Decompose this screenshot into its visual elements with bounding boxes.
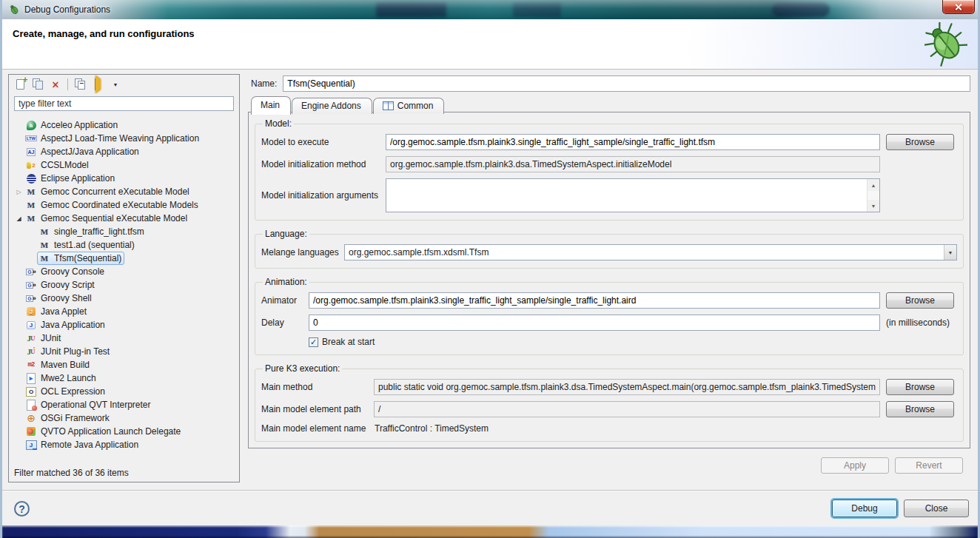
debug-button[interactable]: Debug [832, 500, 897, 517]
tab-engine-addons[interactable]: Engine Addons [292, 98, 372, 114]
tree-item-osgi-framework[interactable]: OSGi Framework [10, 411, 238, 425]
tree-item-single-traffic-light-tfsm[interactable]: single_traffic_light.tfsm [10, 225, 238, 238]
melange-languages-combo[interactable]: org.gemoc.sample.tfsm.xdsml.Tfsm▼ [344, 244, 957, 260]
tree-item-remote-java-application[interactable]: Remote Java Application [10, 438, 238, 451]
animation-group-title: Animation: [263, 277, 309, 287]
tree-item-aspectj-java-application[interactable]: AspectJ/Java Application [10, 145, 238, 158]
expanded-twisty-icon[interactable]: ◢ [14, 215, 24, 222]
tree-item-test1-ad-sequential[interactable]: test1.ad (sequential) [10, 238, 238, 252]
tree-item-groovy-shell[interactable]: Groovy Shell [10, 292, 238, 305]
close-button[interactable] [942, 0, 975, 14]
browse-button-main-model-element-path[interactable]: Browse [886, 401, 954, 417]
field-label-model-initialization-arguments: Model initialization arguments [261, 190, 386, 201]
debug-configurations-window: Debug Configurations Create, manage, and… [0, 0, 980, 538]
scroll-down-icon[interactable]: ▼ [867, 200, 879, 212]
tree-item-gemoc-coordinated-executable-models[interactable]: Gemoc Coordinated eXecutable Models [10, 198, 238, 212]
tree-item-ccslmodel[interactable]: CCSLModel [10, 158, 238, 172]
ccsl-icon [25, 159, 37, 171]
collapse-all-icon [74, 78, 86, 90]
field-row-model-to-execute: Model to executeBrowse [261, 134, 957, 150]
melange-languages-combo-value: org.gemoc.sample.tfsm.xdsml.Tfsm [345, 247, 944, 258]
tree-item-qvto-application-launch-delegate[interactable]: QVTO Application Launch Delegate [10, 425, 238, 438]
revert-button[interactable]: Revert [895, 457, 963, 474]
tree-item-content: Operational QVT Interpreter [24, 398, 154, 411]
model-initialization-method-input[interactable] [386, 156, 880, 172]
configuration-name-input[interactable] [283, 75, 970, 92]
delay-input[interactable] [309, 315, 880, 331]
browse-slot: Browse [880, 379, 957, 395]
main-method-input[interactable] [374, 379, 880, 395]
browse-button-animator[interactable]: Browse [886, 292, 954, 309]
tree-item-label: Java Application [40, 320, 105, 330]
acceleo-icon [25, 119, 37, 131]
help-icon[interactable]: ? [14, 501, 30, 517]
model-to-execute-input[interactable] [386, 134, 880, 150]
new-launch-configuration-button[interactable] [12, 76, 28, 93]
tree-item-content: AspectJ/Java Application [24, 145, 142, 158]
tree-item-label: AspectJ Load-Time Weaving Application [40, 133, 199, 144]
tree-item-tfsm-sequential[interactable]: Tfsm(Sequential) [10, 252, 238, 265]
filter-launch-configurations-button[interactable] [90, 76, 106, 93]
textarea-scrollbar[interactable]: ▲▼ [867, 179, 879, 212]
field-row-main-model-element-name: Main model element nameTrafficControl : … [261, 423, 957, 434]
tree-item-eclipse-application[interactable]: Eclipse Application [10, 172, 238, 185]
configurations-sidebar: ✕▼ Acceleo ApplicationAspectJ Load-Time … [8, 74, 240, 482]
tree-item-content: single_traffic_light.tfsm [37, 225, 147, 238]
tree-item-label: JUnit Plug-in Test [40, 346, 110, 357]
tree-item-acceleo-application[interactable]: Acceleo Application [10, 118, 238, 132]
tree-item-maven-build[interactable]: Maven Build [10, 358, 238, 371]
titlebar[interactable]: Debug Configurations [2, 0, 978, 19]
tree-item-content: Groovy Shell [24, 292, 95, 305]
main-model-element-path-input[interactable] [374, 401, 880, 417]
mwe2-icon [25, 372, 37, 384]
scroll-up-icon[interactable]: ▲ [867, 179, 879, 191]
field-label-model-to-execute: Model to execute [261, 137, 386, 147]
tree-item-junit-plug-in-test[interactable]: JUnit Plug-in Test [10, 345, 238, 358]
tree-item-operational-qvt-interpreter[interactable]: Operational QVT Interpreter [10, 398, 238, 411]
tree-item-content: Gemoc Sequential eXecutable Model [24, 212, 190, 225]
close-dialog-button[interactable]: Close [904, 500, 969, 517]
tree-item-groovy-script[interactable]: Groovy Script [10, 278, 238, 292]
tree-item-content: Tfsm(Sequential) [37, 252, 124, 265]
field-row-melange-languages: Melange languagesorg.gemoc.sample.tfsm.x… [261, 244, 957, 260]
browse-button-main-method[interactable]: Browse [886, 379, 954, 395]
remote-java-icon [25, 439, 37, 451]
tree-item-content: Mwe2 Launch [24, 371, 99, 385]
tree-item-label: Operational QVT Interpreter [40, 400, 151, 410]
tree-item-content: Groovy Script [24, 278, 98, 292]
model-initialization-arguments-textarea[interactable]: ▲▼ [386, 178, 880, 212]
filter-input[interactable] [14, 96, 234, 111]
tree-item-ocl-expression[interactable]: OCL Expression [10, 385, 238, 398]
tree-item-aspectj-load-time-weaving-application[interactable]: AspectJ Load-Time Weaving Application [10, 132, 238, 145]
dropdown-arrow-button[interactable]: ▼ [107, 76, 124, 93]
delete-launch-configuration-button[interactable]: ✕ [47, 76, 64, 93]
chevron-down-icon[interactable]: ▼ [944, 245, 956, 260]
animator-input[interactable] [309, 292, 880, 309]
collapse-all-button[interactable] [72, 76, 88, 93]
tree-item-java-applet[interactable]: Java Applet [10, 305, 238, 318]
tree-item-java-application[interactable]: Java Application [10, 318, 238, 332]
duplicate-launch-configuration-button[interactable] [30, 76, 46, 93]
dialog-footer: ? Debug Close [2, 490, 978, 525]
tab-common[interactable]: Common [373, 98, 445, 114]
filter-status-text: Filter matched 36 of 36 items [14, 468, 129, 478]
break-at-start-checkbox[interactable]: ✓Break at start [309, 337, 375, 347]
tree-item-gemoc-concurrent-executable-model[interactable]: ▷Gemoc Concurrent eXecutable Model [10, 185, 238, 198]
tree-item-groovy-console[interactable]: Groovy Console [10, 265, 238, 278]
debug-bug-icon [924, 22, 967, 67]
tree-item-content: OSGi Framework [24, 411, 113, 425]
tree-item-junit[interactable]: JUnit [10, 332, 238, 345]
apply-button[interactable]: Apply [821, 457, 889, 474]
tab-main[interactable]: Main [251, 96, 291, 115]
tree-item-label: Gemoc Coordinated eXecutable Models [40, 200, 198, 210]
field-row-main-method: Main methodBrowse [261, 379, 957, 395]
sidebar-toolbar: ✕▼ [9, 75, 239, 94]
tree-item-content: Eclipse Application [24, 172, 118, 185]
tree-item-mwe2-launch[interactable]: Mwe2 Launch [10, 371, 238, 385]
browse-button-model-to-execute[interactable]: Browse [886, 134, 954, 150]
groovy-icon [25, 292, 37, 304]
tree-item-content: Gemoc Concurrent eXecutable Model [24, 185, 192, 198]
main-tab-content: Model: Model to executeBrowseModel initi… [248, 112, 970, 448]
collapsed-twisty-icon[interactable]: ▷ [14, 189, 24, 195]
tree-item-gemoc-sequential-executable-model[interactable]: ◢Gemoc Sequential eXecutable Model [10, 212, 238, 225]
